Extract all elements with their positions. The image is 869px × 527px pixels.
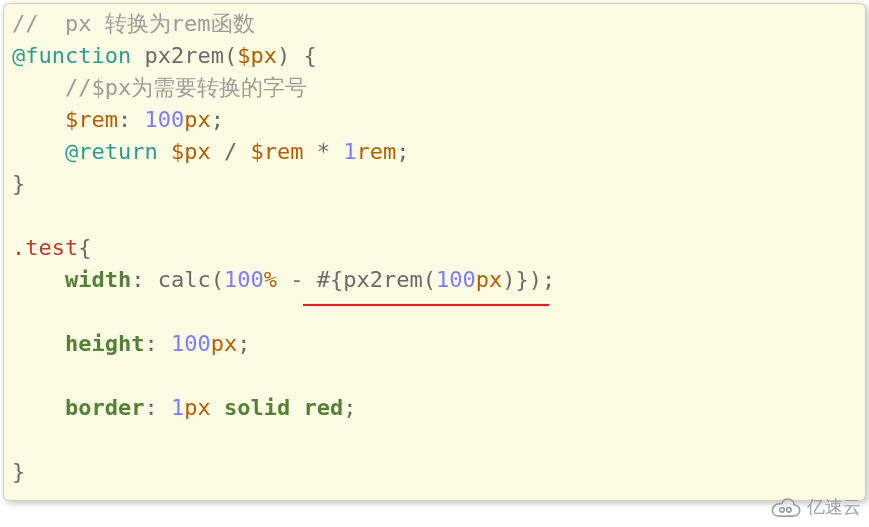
- watermark-text: 亿速云: [807, 491, 861, 523]
- interpolation-expression: #{px2rem(100px)}: [317, 267, 529, 292]
- watermark: 亿速云: [769, 491, 861, 523]
- highlight-underline: [303, 304, 549, 306]
- atrule-function: @function: [12, 43, 131, 68]
- selector-test: .test: [12, 235, 78, 260]
- prop-border: border: [65, 395, 144, 420]
- watermark-cloud-icon: [769, 496, 803, 518]
- comment-line-3: //$px为需要转换的字号: [65, 75, 307, 100]
- function-name: px2rem: [144, 43, 223, 68]
- comment-line-1: // px 转换为rem函数: [12, 11, 255, 36]
- svg-point-1: [787, 508, 792, 513]
- prop-width: width: [65, 267, 131, 292]
- var-rem: $rem: [65, 107, 118, 132]
- code-pre: // px 转换为rem函数 @function px2rem($px) { /…: [12, 8, 857, 488]
- code-block: // px 转换为rem函数 @function px2rem($px) { /…: [3, 3, 866, 501]
- atrule-return: @return: [65, 139, 158, 164]
- svg-point-0: [780, 508, 785, 513]
- arg-px: $px: [237, 43, 277, 68]
- prop-height: height: [65, 331, 144, 356]
